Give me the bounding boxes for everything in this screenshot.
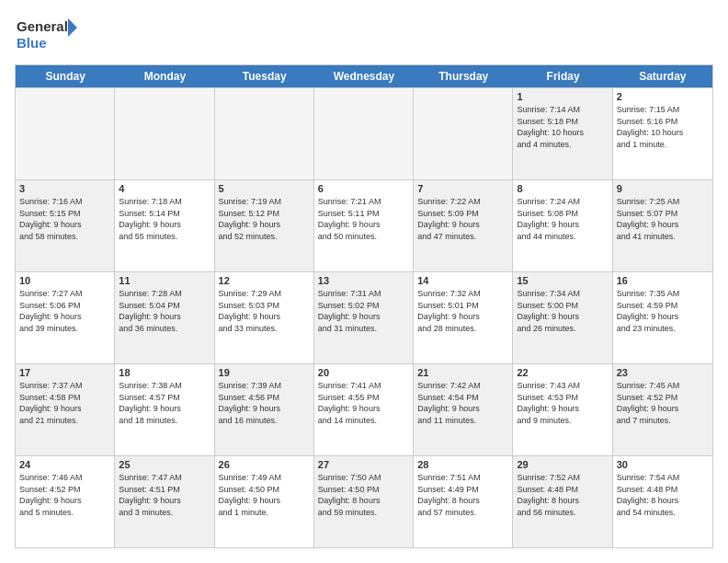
day-number: 2 xyxy=(617,91,709,102)
day-number: 11 xyxy=(119,275,210,286)
day-number: 18 xyxy=(119,367,210,378)
day-number: 7 xyxy=(417,183,508,194)
day-number: 6 xyxy=(318,183,409,194)
day-number: 20 xyxy=(318,367,409,378)
day-number: 14 xyxy=(417,275,508,286)
day-of-week-thursday: Thursday xyxy=(414,65,513,87)
cal-cell-7: 7Sunrise: 7:22 AM Sunset: 5:09 PM Daylig… xyxy=(414,180,513,271)
calendar: SundayMondayTuesdayWednesdayThursdayFrid… xyxy=(15,64,713,548)
day-info: Sunrise: 7:18 AM Sunset: 5:14 PM Dayligh… xyxy=(119,196,210,242)
day-number: 30 xyxy=(617,459,709,470)
day-info: Sunrise: 7:47 AM Sunset: 4:51 PM Dayligh… xyxy=(119,472,210,518)
day-number: 16 xyxy=(617,275,709,286)
day-number: 22 xyxy=(517,367,608,378)
day-of-week-wednesday: Wednesday xyxy=(314,65,414,87)
day-number: 29 xyxy=(517,459,608,470)
calendar-header: SundayMondayTuesdayWednesdayThursdayFrid… xyxy=(16,65,712,87)
cal-cell-empty-0-0 xyxy=(16,88,115,179)
day-info: Sunrise: 7:39 AM Sunset: 4:56 PM Dayligh… xyxy=(219,380,310,426)
day-info: Sunrise: 7:34 AM Sunset: 5:00 PM Dayligh… xyxy=(517,288,608,334)
day-info: Sunrise: 7:28 AM Sunset: 5:04 PM Dayligh… xyxy=(119,288,210,334)
cal-cell-empty-0-4 xyxy=(414,88,513,179)
day-info: Sunrise: 7:21 AM Sunset: 5:11 PM Dayligh… xyxy=(318,196,409,242)
cal-cell-empty-0-1 xyxy=(115,88,214,179)
day-info: Sunrise: 7:32 AM Sunset: 5:01 PM Dayligh… xyxy=(417,288,508,334)
cal-cell-10: 10Sunrise: 7:27 AM Sunset: 5:06 PM Dayli… xyxy=(16,272,115,363)
cal-cell-4: 4Sunrise: 7:18 AM Sunset: 5:14 PM Daylig… xyxy=(115,180,214,271)
cal-cell-3: 3Sunrise: 7:16 AM Sunset: 5:15 PM Daylig… xyxy=(16,180,115,271)
day-number: 9 xyxy=(617,183,709,194)
day-of-week-sunday: Sunday xyxy=(16,65,115,87)
day-number: 4 xyxy=(119,183,210,194)
cal-cell-1: 1Sunrise: 7:14 AM Sunset: 5:18 PM Daylig… xyxy=(513,88,612,179)
day-info: Sunrise: 7:19 AM Sunset: 5:12 PM Dayligh… xyxy=(219,196,310,242)
cal-cell-24: 24Sunrise: 7:46 AM Sunset: 4:52 PM Dayli… xyxy=(16,456,115,547)
cal-row-1: 3Sunrise: 7:16 AM Sunset: 5:15 PM Daylig… xyxy=(16,179,712,271)
cal-cell-13: 13Sunrise: 7:31 AM Sunset: 5:02 PM Dayli… xyxy=(314,272,414,363)
day-of-week-friday: Friday xyxy=(513,65,612,87)
day-info: Sunrise: 7:29 AM Sunset: 5:03 PM Dayligh… xyxy=(219,288,310,334)
header: General Blue xyxy=(15,15,713,55)
cal-cell-23: 23Sunrise: 7:45 AM Sunset: 4:52 PM Dayli… xyxy=(613,364,712,455)
day-number: 21 xyxy=(417,367,508,378)
cal-cell-12: 12Sunrise: 7:29 AM Sunset: 5:03 PM Dayli… xyxy=(215,272,314,363)
cal-cell-empty-0-2 xyxy=(215,88,314,179)
cal-cell-empty-0-3 xyxy=(314,88,414,179)
day-info: Sunrise: 7:22 AM Sunset: 5:09 PM Dayligh… xyxy=(417,196,508,242)
cal-row-2: 10Sunrise: 7:27 AM Sunset: 5:06 PM Dayli… xyxy=(16,271,712,363)
day-info: Sunrise: 7:37 AM Sunset: 4:58 PM Dayligh… xyxy=(19,380,110,426)
calendar-body: 1Sunrise: 7:14 AM Sunset: 5:18 PM Daylig… xyxy=(16,87,712,547)
day-number: 26 xyxy=(219,459,310,470)
day-info: Sunrise: 7:49 AM Sunset: 4:50 PM Dayligh… xyxy=(219,472,310,518)
day-number: 5 xyxy=(219,183,310,194)
day-info: Sunrise: 7:42 AM Sunset: 4:54 PM Dayligh… xyxy=(417,380,508,426)
cal-cell-16: 16Sunrise: 7:35 AM Sunset: 4:59 PM Dayli… xyxy=(613,272,712,363)
cal-cell-15: 15Sunrise: 7:34 AM Sunset: 5:00 PM Dayli… xyxy=(513,272,612,363)
day-number: 24 xyxy=(19,459,110,470)
day-number: 13 xyxy=(318,275,409,286)
day-number: 27 xyxy=(318,459,409,470)
day-info: Sunrise: 7:51 AM Sunset: 4:49 PM Dayligh… xyxy=(417,472,508,518)
cal-cell-22: 22Sunrise: 7:43 AM Sunset: 4:53 PM Dayli… xyxy=(513,364,612,455)
day-number: 25 xyxy=(119,459,210,470)
cal-cell-9: 9Sunrise: 7:25 AM Sunset: 5:07 PM Daylig… xyxy=(613,180,712,271)
day-number: 3 xyxy=(19,183,110,194)
day-info: Sunrise: 7:14 AM Sunset: 5:18 PM Dayligh… xyxy=(517,104,608,150)
day-number: 28 xyxy=(417,459,508,470)
day-number: 10 xyxy=(19,275,110,286)
svg-marker-2 xyxy=(68,18,77,37)
cal-cell-29: 29Sunrise: 7:52 AM Sunset: 4:48 PM Dayli… xyxy=(513,456,612,547)
day-info: Sunrise: 7:25 AM Sunset: 5:07 PM Dayligh… xyxy=(617,196,709,242)
day-info: Sunrise: 7:16 AM Sunset: 5:15 PM Dayligh… xyxy=(19,196,110,242)
svg-text:Blue: Blue xyxy=(17,35,47,51)
day-number: 23 xyxy=(617,367,709,378)
day-number: 15 xyxy=(517,275,608,286)
cal-cell-14: 14Sunrise: 7:32 AM Sunset: 5:01 PM Dayli… xyxy=(414,272,513,363)
cal-cell-30: 30Sunrise: 7:54 AM Sunset: 4:48 PM Dayli… xyxy=(613,456,712,547)
day-info: Sunrise: 7:41 AM Sunset: 4:55 PM Dayligh… xyxy=(318,380,409,426)
cal-cell-17: 17Sunrise: 7:37 AM Sunset: 4:58 PM Dayli… xyxy=(16,364,115,455)
day-of-week-tuesday: Tuesday xyxy=(215,65,314,87)
cal-cell-21: 21Sunrise: 7:42 AM Sunset: 4:54 PM Dayli… xyxy=(414,364,513,455)
day-info: Sunrise: 7:31 AM Sunset: 5:02 PM Dayligh… xyxy=(318,288,409,334)
day-info: Sunrise: 7:45 AM Sunset: 4:52 PM Dayligh… xyxy=(617,380,709,426)
day-number: 12 xyxy=(219,275,310,286)
cal-cell-28: 28Sunrise: 7:51 AM Sunset: 4:49 PM Dayli… xyxy=(414,456,513,547)
day-number: 1 xyxy=(517,91,608,102)
day-info: Sunrise: 7:46 AM Sunset: 4:52 PM Dayligh… xyxy=(19,472,110,518)
day-number: 17 xyxy=(19,367,110,378)
day-number: 8 xyxy=(517,183,608,194)
cal-cell-5: 5Sunrise: 7:19 AM Sunset: 5:12 PM Daylig… xyxy=(215,180,314,271)
day-info: Sunrise: 7:43 AM Sunset: 4:53 PM Dayligh… xyxy=(517,380,608,426)
cal-cell-2: 2Sunrise: 7:15 AM Sunset: 5:16 PM Daylig… xyxy=(613,88,712,179)
cal-cell-26: 26Sunrise: 7:49 AM Sunset: 4:50 PM Dayli… xyxy=(215,456,314,547)
cal-cell-11: 11Sunrise: 7:28 AM Sunset: 5:04 PM Dayli… xyxy=(115,272,214,363)
cal-cell-20: 20Sunrise: 7:41 AM Sunset: 4:55 PM Dayli… xyxy=(314,364,414,455)
cal-cell-27: 27Sunrise: 7:50 AM Sunset: 4:50 PM Dayli… xyxy=(314,456,414,547)
day-info: Sunrise: 7:54 AM Sunset: 4:48 PM Dayligh… xyxy=(617,472,709,518)
day-of-week-monday: Monday xyxy=(115,65,214,87)
svg-text:General: General xyxy=(17,18,68,34)
day-of-week-saturday: Saturday xyxy=(613,65,712,87)
cal-row-4: 24Sunrise: 7:46 AM Sunset: 4:52 PM Dayli… xyxy=(16,455,712,547)
cal-row-0: 1Sunrise: 7:14 AM Sunset: 5:18 PM Daylig… xyxy=(16,87,712,179)
